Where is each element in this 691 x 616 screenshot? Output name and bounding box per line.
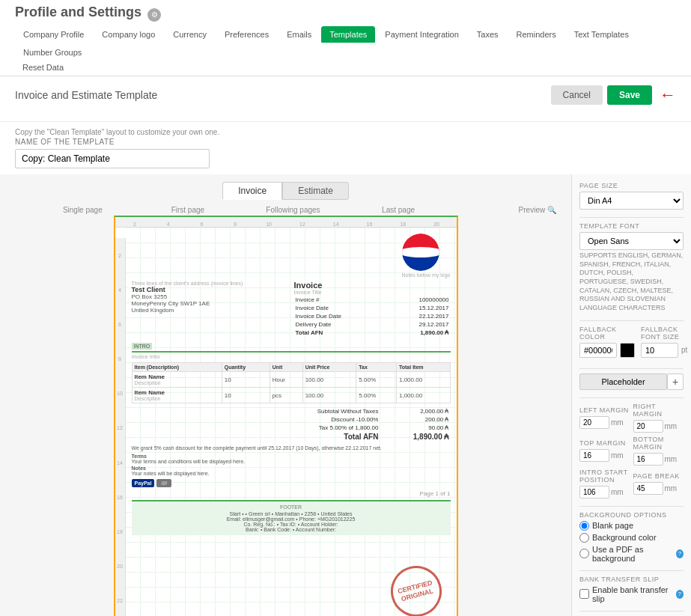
tab-number-groups[interactable]: Number Groups <box>15 44 90 61</box>
bottom-margin-input[interactable] <box>633 453 663 466</box>
left-margin-item: LEFT MARGIN mm <box>579 403 630 433</box>
inv-date-value: 15.12.2017 <box>389 305 448 311</box>
page-size-select[interactable]: Din A4 Letter Legal <box>579 192 684 210</box>
table-header-row: Item (Description) Quantity Unit Unit Pr… <box>132 363 450 372</box>
items-table: Item (Description) Quantity Unit Unit Pr… <box>132 362 451 403</box>
col-item: Item (Description) <box>132 363 222 372</box>
tab-taxes[interactable]: Taxes <box>469 26 507 43</box>
save-button[interactable]: Save <box>607 85 652 105</box>
bg-color-option[interactable]: Background color <box>579 533 684 543</box>
bank-info-icon: ? <box>676 590 684 599</box>
intro-divider <box>132 351 451 353</box>
fallback-color-section: FALLBACK COLOR FALLBACK FONT SIZE pt <box>579 326 684 361</box>
ruler-num: 20 <box>420 222 454 227</box>
client-info: Three lines of the client's address (inv… <box>132 281 288 338</box>
table-row: Invoice # 100000000 <box>296 296 449 303</box>
right-margin-input[interactable] <box>633 420 663 433</box>
intro-start-input[interactable] <box>579 486 609 498</box>
bg-pdf-radio[interactable] <box>579 549 589 558</box>
page-break-unit: mm <box>665 484 678 493</box>
ruler-num: 14 <box>319 222 353 227</box>
inv-number-value: 100000000 <box>389 296 448 303</box>
left-margin-unit: mm <box>611 418 624 427</box>
item-total: 1,000.00 <box>397 372 451 388</box>
fallback-color-row <box>579 343 635 358</box>
page-size-section: PAGE SIZE Din A4 Letter Legal <box>579 182 684 210</box>
tab-payment-integration[interactable]: Payment Integration <box>377 26 466 43</box>
ruler-num: 2 <box>118 222 152 227</box>
reset-data-link[interactable]: Reset Data <box>15 60 71 75</box>
nav-tabs: Company Profile Company logo Currency Pr… <box>15 26 676 61</box>
subtotals-table: Subtotal Without Taxes 2,000.00 ₳ Discou… <box>259 406 451 442</box>
payment-logos: PayPal //// <box>132 479 451 487</box>
total-final-label: Total AFN <box>261 433 379 441</box>
placeholder-button[interactable]: Placeholder <box>579 373 667 390</box>
tab-company-profile[interactable]: Company Profile <box>15 26 92 43</box>
invoice-body: 2 4 6 8 10 12 14 16 18 20 22 24 26 <box>115 228 457 616</box>
bg-blank-radio[interactable] <box>579 521 589 531</box>
bank-transfer-checkbox[interactable] <box>579 589 589 599</box>
placeholder-section: Placeholder + <box>579 373 684 390</box>
inv-number-label: Invoice # <box>296 296 388 303</box>
col-price: Unit Price <box>302 363 356 372</box>
paypal-logo: PayPal <box>132 479 155 487</box>
settings-icon: ⚙ <box>147 8 161 22</box>
fallback-font-size-input[interactable] <box>641 343 678 358</box>
background-options-section: BACKGROUND OPTIONS Blank page Background… <box>579 511 684 563</box>
tab-currency[interactable]: Currency <box>165 26 215 43</box>
bg-pdf-option[interactable]: Use a PDF as background ? <box>579 545 684 563</box>
table-row: Item Name Description 10 pcs 100.00 5.00… <box>132 388 450 403</box>
ruler-numbers: 2 4 6 8 10 12 14 16 18 20 <box>115 222 457 227</box>
template-name-input[interactable] <box>15 149 210 168</box>
copy-description: Copy the "Clean Template" layout to cust… <box>15 128 219 136</box>
bottom-margin-label: BOTTOM MARGIN <box>633 436 684 451</box>
fallback-color-input[interactable] <box>579 343 617 358</box>
template-font-select[interactable]: Open Sans Roboto Arial <box>579 232 684 250</box>
invoice-title: Invoice <box>294 281 451 290</box>
tab-preferences[interactable]: Preferences <box>216 26 277 43</box>
tab-templates[interactable]: Templates <box>321 26 375 43</box>
bg-color-radio[interactable] <box>579 533 589 543</box>
col-unit: Unit <box>270 363 302 372</box>
tab-emails[interactable]: Emails <box>278 26 320 43</box>
footer-label: FOOTER <box>138 504 445 510</box>
tax-value: 90.00 ₳ <box>380 424 448 431</box>
pepsi-logo <box>402 234 439 271</box>
ruler-num: 12 <box>285 222 319 227</box>
top-margin-input[interactable] <box>579 449 609 462</box>
info-icon: ? <box>676 549 684 558</box>
bank-transfer-option[interactable]: Enable bank transfer slip ? <box>579 585 684 603</box>
divider <box>579 397 684 398</box>
right-margin-item: RIGHT MARGIN mm <box>633 403 684 433</box>
tab-reminders[interactable]: Reminders <box>508 26 564 43</box>
cancel-button[interactable]: Cancel <box>551 85 603 105</box>
tab-text-templates[interactable]: Text Templates <box>566 26 637 43</box>
add-placeholder-button[interactable]: + <box>667 373 684 390</box>
ruler-num: 10 <box>252 222 286 227</box>
preview-area: Invoice Estimate Single page First page … <box>0 174 571 616</box>
ruler-top: 2 4 6 8 10 12 14 16 18 20 <box>115 217 457 228</box>
page-break-input[interactable] <box>633 482 663 495</box>
intro-start-label: INTRO START POSITION <box>579 469 630 484</box>
top-margin-item: TOP MARGIN mm <box>579 436 630 466</box>
left-margin-input[interactable] <box>579 416 609 429</box>
col-qty: Quantity <box>222 363 270 372</box>
tab-company-logo[interactable]: Company logo <box>94 26 163 43</box>
item-unit: Hour <box>270 372 302 388</box>
fallback-color-label: FALLBACK COLOR <box>579 326 635 341</box>
notes-below-logo: Notes below my logo <box>402 272 451 278</box>
bg-blank-option[interactable]: Blank page <box>579 521 684 531</box>
client-country: United Kingdom <box>132 307 288 314</box>
footer-section: FOOTER Start • • Green srl • Manhattan •… <box>132 500 451 535</box>
tax-label: Tax 5.00% of 1,800.00 <box>261 424 379 431</box>
preview-tab-invoice[interactable]: Invoice <box>222 182 282 200</box>
preview-tab-estimate[interactable]: Estimate <box>282 182 349 200</box>
bank-transfer-section: BANK TRANSFER SLIP Enable bank transfer … <box>579 576 684 603</box>
page-break-label: PAGE BREAK <box>633 472 680 480</box>
item-name-cell: Item Name Description <box>132 372 222 388</box>
terms-section: Terms Your terms and conditions will be … <box>132 454 451 464</box>
ruler-side: 2 4 6 8 10 12 14 16 18 20 22 24 26 <box>115 238 126 616</box>
client-address-placeholder: Three lines of the client's address (inv… <box>132 281 288 286</box>
divider <box>579 570 684 571</box>
inv-total-label: Total AFN <box>296 329 388 336</box>
